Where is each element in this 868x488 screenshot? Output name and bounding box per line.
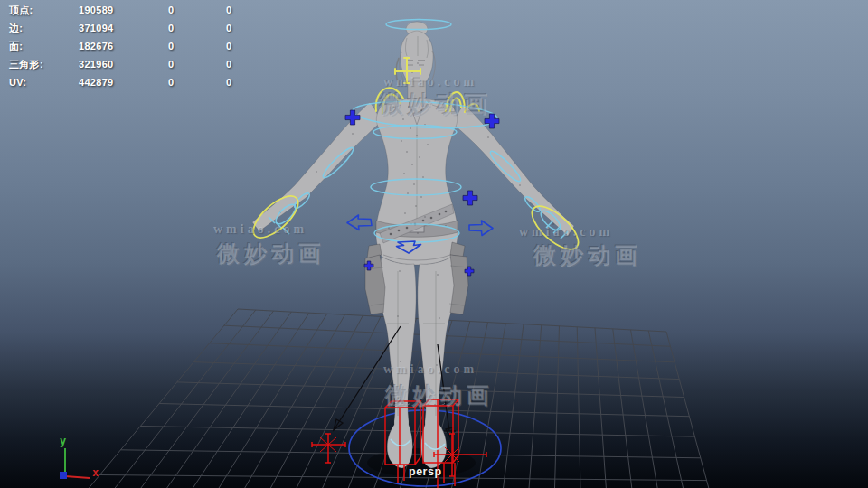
x-axis-label: x bbox=[92, 466, 99, 479]
hud-row-edges: 边: 371094 0 0 bbox=[9, 19, 271, 37]
maya-perspective-viewport[interactable]: y x 顶点: 190589 0 0 边: 371094 0 0 面: 1826… bbox=[0, 0, 868, 488]
arrow-control-right[interactable] bbox=[469, 221, 493, 236]
plus-handle-right[interactable] bbox=[485, 114, 499, 128]
hud-row-faces: 面: 182676 0 0 bbox=[9, 37, 271, 55]
z-axis-dot bbox=[60, 472, 67, 479]
arrow-control-left[interactable] bbox=[347, 215, 372, 230]
hud-row-uvs: UV: 442879 0 0 bbox=[9, 73, 271, 91]
axis-indicator: y x bbox=[60, 435, 99, 479]
camera-label: persp bbox=[409, 465, 442, 478]
poly-count-hud: 顶点: 190589 0 0 边: 371094 0 0 面: 182676 0… bbox=[9, 1, 271, 91]
y-axis-label: y bbox=[60, 435, 66, 447]
gun-grip-right bbox=[450, 242, 465, 257]
arm-right bbox=[453, 104, 574, 236]
hud-row-triangles: 三角形: 321960 0 0 bbox=[9, 55, 271, 73]
head bbox=[401, 31, 433, 88]
plus-handle-waist[interactable] bbox=[463, 191, 477, 205]
arm-left bbox=[252, 102, 381, 231]
x-axis-line bbox=[65, 476, 90, 478]
hud-row-vertices: 顶点: 190589 0 0 bbox=[9, 1, 271, 19]
